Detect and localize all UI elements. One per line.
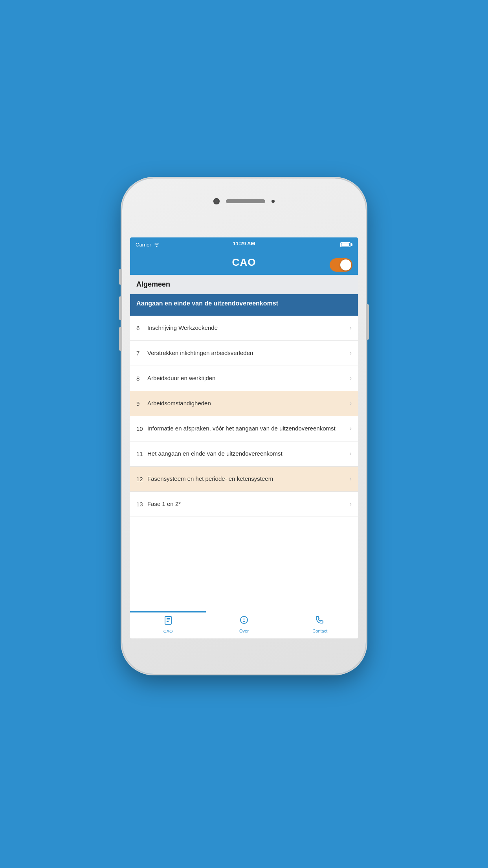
- battery-indicator: [340, 242, 352, 247]
- status-left: Carrier: [136, 242, 160, 248]
- side-btn-power: [366, 304, 369, 340]
- phone-top-area: [213, 198, 275, 204]
- item-text: Verstrekken inlichtingen arbeidsverleden: [147, 349, 347, 357]
- tab-bar: CAO Over Contact: [130, 611, 358, 638]
- toggle-switch[interactable]: [330, 258, 352, 272]
- item-number: 10: [136, 425, 147, 432]
- carrier-label: Carrier: [136, 242, 151, 248]
- cao-label: CAO: [163, 629, 173, 634]
- item-number: 9: [136, 400, 147, 407]
- side-btn-mute: [119, 269, 122, 285]
- screen-content: Carrier 11:29 AM: [130, 237, 358, 638]
- battery-body: [340, 242, 350, 247]
- list-item[interactable]: 10 Informatie en afspraken, vóór het aan…: [130, 416, 358, 441]
- item-number: 8: [136, 375, 147, 382]
- list-item[interactable]: 9 Arbeidsomstandigheden ›: [130, 391, 358, 416]
- sensor-dot: [272, 200, 275, 203]
- tab-over[interactable]: Over: [206, 611, 282, 638]
- battery-tip: [351, 243, 352, 246]
- status-right: [340, 242, 352, 247]
- list-item[interactable]: 11 Het aangaan en einde van de uitzendov…: [130, 441, 358, 467]
- front-camera: [213, 198, 220, 204]
- side-btn-vol-up: [119, 296, 122, 320]
- item-text: Inschrijving Werkzoekende: [147, 324, 347, 332]
- contact-icon: [315, 615, 325, 627]
- item-number: 11: [136, 451, 147, 457]
- chevron-icon: ›: [350, 400, 352, 407]
- item-number: 12: [136, 476, 147, 482]
- cao-icon: [163, 616, 173, 627]
- chevron-icon: ›: [350, 349, 352, 357]
- contact-label: Contact: [312, 629, 327, 633]
- item-number: 6: [136, 325, 147, 331]
- nav-header: CAO: [130, 252, 358, 275]
- item-text: Arbeidsomstandigheden: [147, 399, 347, 407]
- wifi-icon: [154, 242, 160, 247]
- status-time: 11:29 AM: [233, 241, 255, 246]
- list-body: 6 Inschrijving Werkzoekende › 7 Verstrek…: [130, 316, 358, 638]
- nav-indicator-arrow: [240, 271, 248, 275]
- section-header: Algemeen: [130, 275, 358, 294]
- chevron-icon: ›: [350, 425, 352, 432]
- list-item[interactable]: 12 Fasensysteem en het periode- en keten…: [130, 467, 358, 492]
- chevron-icon: ›: [350, 450, 352, 457]
- list-item[interactable]: 8 Arbeidsduur en werktijden ›: [130, 366, 358, 391]
- toggle-knob: [340, 259, 351, 270]
- item-number: 7: [136, 350, 147, 357]
- battery-fill: [341, 243, 349, 246]
- side-btn-vol-down: [119, 327, 122, 351]
- tab-cao[interactable]: CAO: [130, 611, 206, 638]
- sub-header-text: Aangaan en einde van de uitzendovereenko…: [136, 300, 278, 307]
- item-text: Informatie en afspraken, vóór het aangaa…: [147, 425, 347, 432]
- status-bar: Carrier 11:29 AM: [130, 237, 358, 252]
- chevron-icon: ›: [350, 375, 352, 382]
- item-text: Fase 1 en 2*: [147, 500, 347, 508]
- phone-wrapper: Carrier 11:29 AM: [122, 178, 366, 674]
- sub-header: Aangaan en einde van de uitzendovereenko…: [130, 294, 358, 316]
- item-text: Arbeidsduur en werktijden: [147, 374, 347, 382]
- item-text: Fasensysteem en het periode- en ketensys…: [147, 475, 347, 483]
- phone-screen: Carrier 11:29 AM: [130, 237, 358, 638]
- tab-contact[interactable]: Contact: [282, 611, 358, 638]
- chevron-icon: ›: [350, 475, 352, 482]
- speaker-grille: [226, 199, 265, 203]
- sub-indicator-arrow: [240, 312, 248, 316]
- svg-point-6: [244, 621, 244, 622]
- chevron-icon: ›: [350, 324, 352, 331]
- item-number: 13: [136, 501, 147, 508]
- nav-title: CAO: [232, 256, 256, 268]
- over-icon: [239, 615, 249, 627]
- section-header-text: Algemeen: [136, 280, 170, 288]
- list-item[interactable]: 13 Fase 1 en 2* ›: [130, 492, 358, 517]
- chevron-icon: ›: [350, 500, 352, 508]
- over-label: Over: [239, 629, 249, 633]
- item-text: Het aangaan en einde van de uitzendovere…: [147, 450, 347, 458]
- list-container: 6 Inschrijving Werkzoekende › 7 Verstrek…: [130, 316, 358, 517]
- list-item[interactable]: 6 Inschrijving Werkzoekende ›: [130, 316, 358, 341]
- list-item[interactable]: 7 Verstrekken inlichtingen arbeidsverled…: [130, 341, 358, 366]
